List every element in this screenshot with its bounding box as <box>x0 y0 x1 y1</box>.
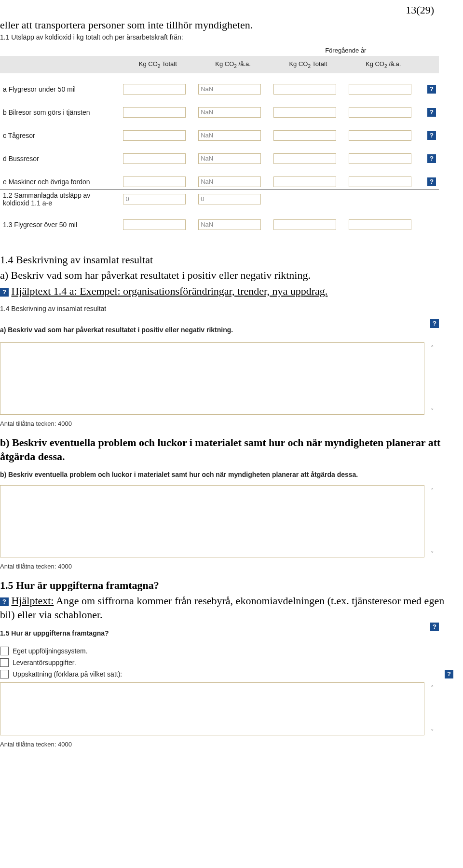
sec-1-4a-form-label: a) Beskriv vad som har påverkat resultat… <box>0 326 430 334</box>
prev-year-header: Föregående år <box>271 45 421 56</box>
help-icon[interactable]: ? <box>0 597 9 606</box>
option-own-system[interactable]: Eget uppföljningssystem. <box>0 647 453 655</box>
prev-co2-total-input[interactable] <box>273 176 336 187</box>
scroll-down-icon[interactable]: ˅ <box>428 550 436 558</box>
co2-total-input[interactable] <box>123 130 186 141</box>
sum-peraa <box>198 194 261 204</box>
co2-total-input[interactable] <box>123 153 186 164</box>
help-icon[interactable]: ? <box>427 85 436 94</box>
row-label: d Bussresor <box>0 151 120 166</box>
checkbox-icon[interactable] <box>0 670 9 678</box>
sum-label: 1.2 Sammanlagda utsläpp av koldioxid 1.1… <box>0 189 120 209</box>
col-header: /å.a. <box>237 60 251 68</box>
col-header: Kg CO <box>215 60 234 68</box>
help-icon[interactable]: ? <box>430 623 439 631</box>
prev-co2-total-input[interactable] <box>273 84 336 95</box>
sec-1-4-form-title: 1.4 Beskrivning av insamlat resultat <box>0 305 453 312</box>
help-text: Exempel: organisationsförändringar, tren… <box>77 285 328 297</box>
col-header: Totalt <box>160 60 177 68</box>
checkbox-icon[interactable] <box>0 658 9 667</box>
char-count-note: Antal tillåtna tecken: 4000 <box>0 563 453 570</box>
col-header: Kg CO <box>139 60 158 68</box>
option-label: Eget uppföljningssystem. <box>13 647 88 655</box>
intro-text: eller att transportera personer som inte… <box>0 18 453 32</box>
option-estimation[interactable]: Uppskattning (förklara på vilket sätt): … <box>0 670 453 678</box>
sec-1-4b-textarea[interactable] <box>0 485 424 557</box>
row-label: a Flygresor under 50 mil <box>0 82 120 96</box>
prev-co2-peraa-input[interactable] <box>349 219 411 230</box>
sec-1-4b-form-label: b) Beskriv eventuella problem och luckor… <box>0 471 453 478</box>
help-link: Hjälptext: <box>12 595 54 607</box>
prev-co2-peraa-input[interactable] <box>349 130 411 141</box>
sec-1-4a-textarea[interactable] <box>0 342 424 415</box>
help-icon[interactable]: ? <box>427 177 436 186</box>
co2-peraa-input[interactable] <box>198 176 261 187</box>
scroll-down-icon[interactable]: ˅ <box>428 407 436 415</box>
co2-total-input[interactable] <box>123 176 186 187</box>
row-label: c Tågresor <box>0 128 120 143</box>
help-icon[interactable]: ? <box>430 319 439 328</box>
co2-peraa-input[interactable] <box>198 153 261 164</box>
page-number: 13(29) <box>0 0 453 16</box>
sec-1-1-title: 1.1 Utsläpp av koldioxid i kg totalt och… <box>0 33 453 41</box>
char-count-note: Antal tillåtna tecken: 4000 <box>0 741 453 748</box>
co2-peraa-input[interactable] <box>198 219 261 230</box>
co2-peraa-input[interactable] <box>198 84 261 95</box>
help-icon[interactable]: ? <box>427 108 436 117</box>
prev-co2-peraa-input[interactable] <box>349 153 411 164</box>
scroll-up-icon[interactable]: ˄ <box>428 684 436 692</box>
co2-total-input[interactable] <box>123 84 186 95</box>
char-count-note: Antal tillåtna tecken: 4000 <box>0 420 453 427</box>
option-label: Leverantörsuppgifter. <box>13 659 76 666</box>
sec-1-5-title: 1.5 Hur är uppgifterna framtagna? <box>0 579 453 593</box>
prev-co2-total-input[interactable] <box>273 130 336 141</box>
help-icon[interactable]: ? <box>427 154 436 163</box>
scroll-up-icon[interactable]: ˄ <box>428 344 436 352</box>
help-text: Ange om siffrorna kommer från resebyrå, … <box>0 595 444 621</box>
col-header: Kg CO <box>366 60 384 68</box>
col-header: Kg CO <box>289 60 308 68</box>
prev-co2-peraa-input[interactable] <box>349 84 411 95</box>
row-label: e Maskiner och övriga fordon <box>0 175 120 190</box>
co2-total-input[interactable] <box>123 107 186 118</box>
col-header: /å.a. <box>387 60 401 68</box>
option-supplier[interactable]: Leverantörsuppgifter. <box>0 658 453 667</box>
help-link: Hjälptext 1.4 a: <box>12 285 77 297</box>
prev-co2-peraa-input[interactable] <box>349 107 411 118</box>
col-header: Totalt <box>311 60 327 68</box>
row-label: b Bilresor som görs i tjänsten <box>0 105 120 120</box>
help-icon[interactable]: ? <box>427 131 436 140</box>
checkbox-icon[interactable] <box>0 647 9 655</box>
help-icon[interactable]: ? <box>445 670 453 678</box>
prev-co2-total-input[interactable] <box>273 219 336 230</box>
co2-peraa-input[interactable] <box>198 130 261 141</box>
co2-peraa-input[interactable] <box>198 107 261 118</box>
emissions-table: Föregående år Kg CO2 Totalt Kg CO2 /å.a.… <box>0 45 439 232</box>
sec-1-4b-text: b) Beskriv eventuella problem och luckor… <box>0 436 453 463</box>
co2-total-input[interactable] <box>123 219 186 230</box>
prev-co2-peraa-input[interactable] <box>349 176 411 187</box>
help-icon[interactable]: ? <box>0 288 9 297</box>
row-label: 1.3 Flygresor över 50 mil <box>0 217 120 232</box>
scroll-up-icon[interactable]: ˄ <box>428 487 436 495</box>
sec-1-4a-text: a) Beskriv vad som har påverkat resultat… <box>0 269 453 283</box>
help-1-4a: ? Hjälptext 1.4 a: Exempel: organisation… <box>0 285 453 298</box>
help-1-5: ? Hjälptext: Ange om siffrorna kommer fr… <box>0 594 453 622</box>
sec-1-4-title: 1.4 Beskrivning av insamlat resultat <box>0 253 453 267</box>
scroll-down-icon[interactable]: ˅ <box>428 728 436 736</box>
sec-1-5-textarea[interactable] <box>0 682 424 735</box>
sec-1-5-form-title: 1.5 Hur är uppgifterna framtagna? <box>0 629 430 637</box>
option-label: Uppskattning (förklara på vilket sätt): <box>13 670 122 678</box>
prev-co2-total-input[interactable] <box>273 153 336 164</box>
prev-co2-total-input[interactable] <box>273 107 336 118</box>
sum-total <box>123 194 186 204</box>
